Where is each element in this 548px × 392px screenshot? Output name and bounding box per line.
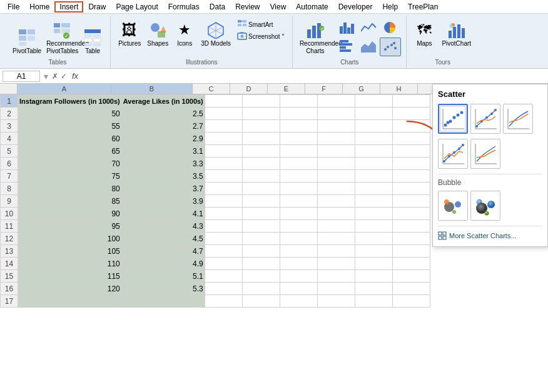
cell-11c[interactable] <box>205 220 242 233</box>
cell-7f[interactable] <box>317 170 355 183</box>
cell-2f[interactable] <box>317 108 355 120</box>
menu-home[interactable]: Home <box>24 1 54 13</box>
recommended-pivots-button[interactable]: ✓ Recommended PivotTables <box>46 19 78 56</box>
cell-3e[interactable] <box>280 120 317 133</box>
menu-formulas[interactable]: Formulas <box>163 1 205 13</box>
cell-4f[interactable] <box>317 133 355 145</box>
cell-11d[interactable] <box>242 220 280 233</box>
cell-15g[interactable] <box>355 270 392 283</box>
col-header-b[interactable]: B <box>111 84 193 94</box>
cell-8b[interactable]: 3.7 <box>121 183 205 195</box>
cell-2h[interactable] <box>392 108 430 120</box>
cell-8e[interactable] <box>280 183 317 195</box>
cell-9a[interactable]: 85 <box>18 195 122 208</box>
cell-9g[interactable] <box>355 195 392 208</box>
cell-4d[interactable] <box>242 133 280 145</box>
col-header-g[interactable]: G <box>343 84 380 94</box>
cell-6g[interactable] <box>355 158 392 170</box>
cell-5e[interactable] <box>280 145 317 158</box>
cell-12b[interactable]: 4.5 <box>121 233 205 245</box>
cell-16c[interactable] <box>205 283 242 295</box>
menu-treeplan[interactable]: TreePlan <box>403 1 443 13</box>
cell-5c[interactable] <box>205 145 242 158</box>
cell-8f[interactable] <box>317 183 355 195</box>
cell-14a[interactable]: 110 <box>18 258 122 270</box>
scatter-smooth-lines-markers-button[interactable] <box>470 104 500 134</box>
cell-8a[interactable]: 80 <box>18 183 122 195</box>
cell-6d[interactable] <box>242 158 280 170</box>
cell-14b[interactable]: 4.9 <box>121 258 205 270</box>
cell-5g[interactable] <box>355 145 392 158</box>
cell-13e[interactable] <box>280 245 317 258</box>
cell-9b[interactable]: 3.9 <box>121 195 205 208</box>
cell-12h[interactable] <box>392 233 430 245</box>
cell-1c[interactable] <box>205 95 242 108</box>
cell-5b[interactable]: 3.1 <box>121 145 205 158</box>
cell-10c[interactable] <box>205 208 242 220</box>
cell-17e[interactable] <box>280 295 317 308</box>
cell-11g[interactable] <box>355 220 392 233</box>
cell-10e[interactable] <box>280 208 317 220</box>
icons-button[interactable]: ★ Icons <box>172 19 197 49</box>
cell-8g[interactable] <box>355 183 392 195</box>
header-cell-a[interactable]: Instagram Followers (in 1000s) <box>18 95 122 108</box>
cell-9e[interactable] <box>280 195 317 208</box>
cell-7g[interactable] <box>355 170 392 183</box>
cell-16b[interactable]: 5.3 <box>121 283 205 295</box>
area-chart-button[interactable] <box>358 38 378 56</box>
cell-1d[interactable] <box>242 95 280 108</box>
cell-14d[interactable] <box>242 258 280 270</box>
cell-6a[interactable]: 70 <box>18 158 122 170</box>
col-header-e[interactable]: E <box>268 84 305 94</box>
maps-button[interactable]: 🗺 Maps <box>412 19 437 49</box>
cell-4a[interactable]: 60 <box>18 133 122 145</box>
pivot-table-button[interactable]: PivotTable <box>10 26 44 56</box>
cell-12d[interactable] <box>242 233 280 245</box>
cell-5a[interactable]: 65 <box>18 145 122 158</box>
menu-automate[interactable]: Automate <box>291 1 333 13</box>
cell-6f[interactable] <box>317 158 355 170</box>
cell-1f[interactable] <box>317 95 355 108</box>
cell-17d[interactable] <box>242 295 280 308</box>
cell-4h[interactable] <box>392 133 430 145</box>
formula-confirm-icon[interactable]: ✓ <box>61 72 67 81</box>
menu-file[interactable]: File <box>3 1 24 13</box>
cell-10a[interactable]: 90 <box>18 208 122 220</box>
cell-10d[interactable] <box>242 208 280 220</box>
cell-17c[interactable] <box>205 295 242 308</box>
cell-15e[interactable] <box>280 270 317 283</box>
cell-7a[interactable]: 75 <box>18 170 122 183</box>
cell-1e[interactable] <box>280 95 317 108</box>
cell-3f[interactable] <box>317 120 355 133</box>
column-chart-button[interactable] <box>337 19 357 36</box>
cell-11e[interactable] <box>280 220 317 233</box>
3d-models-button[interactable]: 3D Models <box>198 19 233 49</box>
scatter-dots-button[interactable] <box>438 104 468 134</box>
cell-12c[interactable] <box>205 233 242 245</box>
cell-1g[interactable] <box>355 95 392 108</box>
cell-5d[interactable] <box>242 145 280 158</box>
cell-12e[interactable] <box>280 233 317 245</box>
cell-14f[interactable] <box>317 258 355 270</box>
menu-page-layout[interactable]: Page Layout <box>111 1 163 13</box>
cell-15h[interactable] <box>392 270 430 283</box>
cell-2b[interactable]: 2.5 <box>121 108 205 120</box>
cell-16e[interactable] <box>280 283 317 295</box>
cell-17g[interactable] <box>355 295 392 308</box>
cell-8h[interactable] <box>392 183 430 195</box>
cell-2c[interactable] <box>205 108 242 120</box>
menu-developer[interactable]: Developer <box>333 1 378 13</box>
cell-10f[interactable] <box>317 208 355 220</box>
menu-draw[interactable]: Draw <box>83 1 111 13</box>
cell-14g[interactable] <box>355 258 392 270</box>
cell-16d[interactable] <box>242 283 280 295</box>
cell-11h[interactable] <box>392 220 430 233</box>
cell-11a[interactable]: 95 <box>18 220 122 233</box>
smartart-button[interactable]: SmartArt <box>235 19 287 30</box>
cell-4c[interactable] <box>205 133 242 145</box>
cell-15f[interactable] <box>317 270 355 283</box>
menu-data[interactable]: Data <box>205 1 230 13</box>
bubble-3d-button[interactable] <box>470 191 500 221</box>
more-scatter-charts-link[interactable]: More Scatter Charts... <box>438 230 542 241</box>
cell-2e[interactable] <box>280 108 317 120</box>
